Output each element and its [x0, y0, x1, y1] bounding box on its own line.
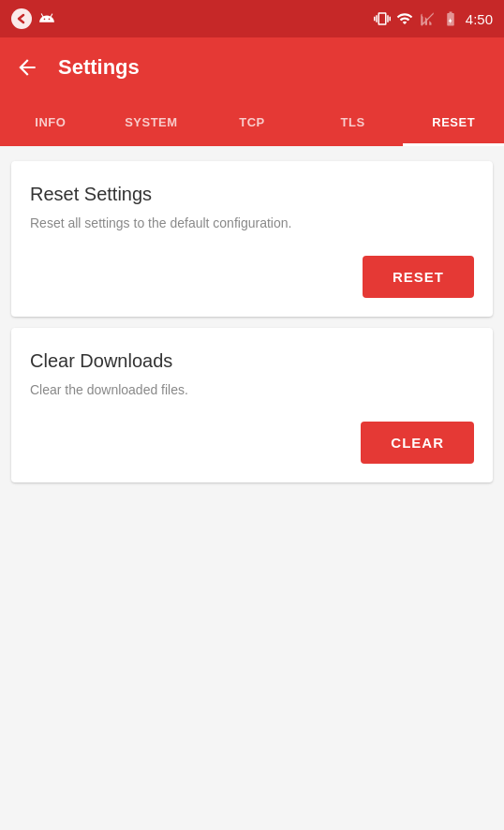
app-bar: Settings — [0, 37, 504, 97]
vibrate-icon — [374, 10, 391, 27]
status-bar-right-icons: 4:50 — [374, 10, 493, 27]
android-icon — [37, 9, 56, 28]
clear-button[interactable]: CLEAR — [361, 422, 474, 464]
status-time: 4:50 — [466, 11, 493, 27]
app-icon — [11, 8, 32, 29]
tab-system[interactable]: SYSTEM — [101, 97, 202, 146]
clear-downloads-card: Clear Downloads Clear the downloaded fil… — [11, 328, 493, 483]
signal-icon — [419, 10, 436, 27]
clear-downloads-title: Clear Downloads — [30, 350, 474, 372]
tab-tls[interactable]: TLS — [303, 97, 404, 146]
reset-settings-actions: RESET — [30, 256, 474, 298]
battery-icon — [441, 10, 460, 27]
page-title: Settings — [58, 55, 140, 80]
tab-reset[interactable]: RESET — [403, 97, 504, 146]
tab-bar: INFO SYSTEM TCP TLS RESET — [0, 97, 504, 146]
back-icon — [15, 55, 39, 80]
clear-downloads-description: Clear the downloaded files. — [30, 381, 474, 400]
tab-tcp[interactable]: TCP — [201, 97, 303, 146]
back-button[interactable] — [15, 55, 39, 80]
tab-info[interactable]: INFO — [0, 97, 101, 146]
reset-settings-description: Reset all settings to the default config… — [30, 215, 474, 233]
reset-settings-card: Reset Settings Reset all settings to the… — [11, 161, 493, 317]
clear-downloads-actions: CLEAR — [30, 422, 474, 464]
reset-button[interactable]: RESET — [363, 256, 474, 298]
svg-point-0 — [11, 8, 32, 29]
status-bar-left-icons — [11, 8, 56, 29]
wifi-icon — [396, 10, 413, 27]
status-bar: 4:50 — [0, 0, 504, 37]
reset-settings-title: Reset Settings — [30, 184, 474, 205]
content-area: Reset Settings Reset all settings to the… — [0, 146, 504, 497]
